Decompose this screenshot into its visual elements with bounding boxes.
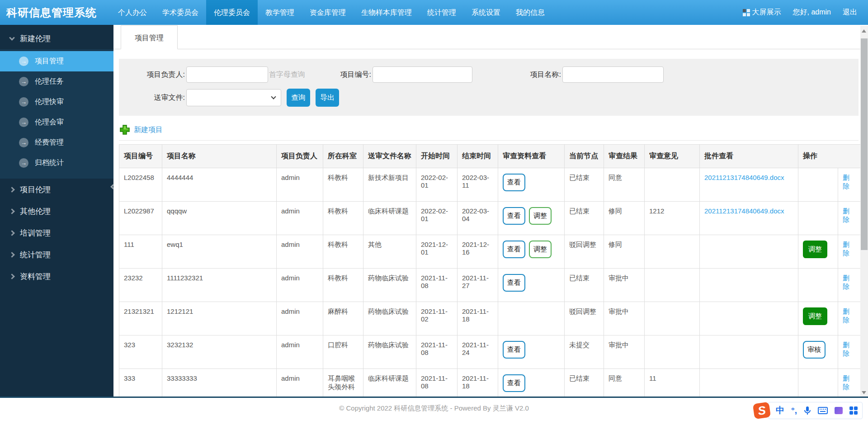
ime-chinese-mode-icon[interactable]: 中 <box>776 405 784 416</box>
cell-code: 111 <box>119 235 162 269</box>
adjust-outline-button[interactable]: 调整 <box>529 207 552 225</box>
table-row: 213213211212121admin麻醉科药物临床试验2021-11-022… <box>119 302 861 335</box>
view-button[interactable]: 查看 <box>503 274 525 292</box>
delete-link[interactable]: 删除 <box>843 207 849 223</box>
sidebar-item-0-3[interactable]: →伦理会审 <box>0 112 113 132</box>
cell-dept: 麻醉科 <box>323 302 363 335</box>
cell-docType: 药物临床试验 <box>363 302 416 335</box>
project-code-input[interactable] <box>373 66 472 83</box>
search-button[interactable]: 查询 <box>287 89 310 107</box>
scroll-down-arrow-icon[interactable] <box>862 391 866 394</box>
nav-item-6[interactable]: 统计管理 <box>420 0 464 25</box>
export-button[interactable]: 导出 <box>316 89 339 107</box>
nav-item-2[interactable]: 伦理委员会 <box>206 0 258 25</box>
cell-name: ewq1 <box>162 235 277 269</box>
ime-menu-grid-icon[interactable] <box>849 406 858 415</box>
nav-item-1[interactable]: 学术委员会 <box>155 0 206 25</box>
cell-approval: 20211213174840649.docx <box>700 168 798 202</box>
cell-name: 1111232321 <box>162 269 277 302</box>
skin-shirt-icon[interactable] <box>835 407 843 414</box>
col-header-docType: 送审文件名称 <box>363 145 416 168</box>
review-file-select[interactable] <box>186 89 281 106</box>
cell-opinion: 11 <box>645 369 700 397</box>
user-greeting[interactable]: 您好, admin <box>793 8 831 17</box>
sidebar-group-0[interactable]: 新建伦理 <box>0 28 113 49</box>
keyboard-icon[interactable] <box>818 407 828 414</box>
nav-item-8[interactable]: 我的信息 <box>508 0 552 25</box>
sidebar-group-label: 统计管理 <box>20 250 51 260</box>
col-header-dept: 所在科室 <box>323 145 363 168</box>
cell-delete: 删除 <box>838 369 861 397</box>
delete-link[interactable]: 删除 <box>843 341 849 357</box>
sidebar-item-0-2[interactable]: →伦理快审 <box>0 92 113 112</box>
cell-docType: 临床科研课题 <box>363 369 416 397</box>
scroll-up-arrow-icon[interactable] <box>862 29 866 33</box>
scrollbar-thumb[interactable] <box>861 38 868 250</box>
sidebar-item-0-0[interactable]: →项目管理 <box>0 51 113 71</box>
ime-punctuation-icon[interactable]: °, <box>791 406 797 416</box>
cell-delete: 删除 <box>838 202 861 235</box>
logout-button[interactable]: 退出 <box>843 8 857 17</box>
cell-action <box>798 269 838 302</box>
cell-start: 2022-02-01 <box>416 202 458 235</box>
adjust-button[interactable]: 调整 <box>803 307 827 325</box>
adjust-outline-button[interactable]: 调整 <box>529 241 552 258</box>
new-project-link[interactable]: 新建项目 <box>134 125 163 135</box>
cell-result: 同意 <box>604 369 645 397</box>
cell-docType: 临床科研课题 <box>363 202 416 235</box>
sidebar-submenu: →项目管理→伦理任务→伦理快审→伦理会审→经费管理→归档统计 <box>0 49 113 179</box>
sidebar-group-1[interactable]: 项目伦理 <box>0 179 113 200</box>
view-button[interactable]: 查看 <box>503 174 525 191</box>
sidebar-group-2[interactable]: 其他伦理 <box>0 200 113 222</box>
header-right: 大屏展示 您好, admin 退出 <box>743 0 868 25</box>
sidebar-group-5[interactable]: 资料管理 <box>0 265 113 287</box>
view-button[interactable]: 查看 <box>503 207 525 225</box>
cell-end: 2022-03-11 <box>458 168 498 202</box>
cell-delete: 删除 <box>838 335 861 369</box>
fullscreen-display-button[interactable]: 大屏展示 <box>743 8 781 17</box>
microphone-icon[interactable] <box>804 406 811 415</box>
view-button[interactable]: 查看 <box>503 241 525 258</box>
cell-code: 21321321 <box>119 302 162 335</box>
sogou-logo-icon[interactable]: S <box>753 402 771 420</box>
sidebar-collapse-handle[interactable] <box>111 181 117 193</box>
nav-item-3[interactable]: 教学管理 <box>258 0 302 25</box>
approval-doc-link[interactable]: 20211213174840649.docx <box>704 174 784 181</box>
nav-item-5[interactable]: 生物样本库管理 <box>354 0 420 25</box>
vertical-scrollbar[interactable] <box>860 26 868 397</box>
project-owner-input[interactable] <box>186 66 268 83</box>
delete-link[interactable]: 删除 <box>843 374 849 391</box>
cell-approval <box>700 302 798 335</box>
cell-opinion <box>645 269 700 302</box>
tab-project-management[interactable]: 项目管理 <box>121 25 178 49</box>
delete-link[interactable]: 删除 <box>843 307 849 324</box>
nav-item-0[interactable]: 个人办公 <box>110 0 155 25</box>
sidebar-group-label: 培训管理 <box>20 228 51 238</box>
project-name-label: 项目名称: <box>472 70 561 80</box>
view-button[interactable]: 查看 <box>503 341 525 359</box>
cell-node: 已结束 <box>565 369 604 397</box>
cell-review: 查看 <box>498 335 565 369</box>
sidebar-item-0-1[interactable]: →伦理任务 <box>0 71 113 92</box>
sidebar-item-0-4[interactable]: →经费管理 <box>0 132 113 153</box>
nav-item-4[interactable]: 资金库管理 <box>302 0 354 25</box>
table-row: 33333333333admin耳鼻咽喉头颈外科临床科研课题2021-11-08… <box>119 369 861 397</box>
sidebar-group-3[interactable]: 培训管理 <box>0 222 113 244</box>
project-name-input[interactable] <box>562 66 664 83</box>
cell-approval <box>700 269 798 302</box>
cell-dept: 科教科 <box>323 269 363 302</box>
cell-start: 2021-11-08 <box>416 335 458 369</box>
cell-result: 审批中 <box>604 302 645 335</box>
nav-item-7[interactable]: 系统设置 <box>464 0 508 25</box>
approval-doc-link[interactable]: 20211213174840649.docx <box>704 207 784 215</box>
sidebar-group-4[interactable]: 统计管理 <box>0 244 113 265</box>
chevron-right-icon <box>9 252 15 258</box>
adjust-button[interactable]: 调整 <box>803 241 827 258</box>
sidebar-item-0-5[interactable]: →归档统计 <box>0 153 113 173</box>
delete-link[interactable]: 删除 <box>843 274 849 290</box>
delete-link[interactable]: 删除 <box>843 174 849 190</box>
delete-link[interactable]: 删除 <box>843 241 849 257</box>
cell-name: 4444444 <box>162 168 277 202</box>
view-button[interactable]: 查看 <box>503 374 525 392</box>
audit-button[interactable]: 审核 <box>803 341 826 359</box>
